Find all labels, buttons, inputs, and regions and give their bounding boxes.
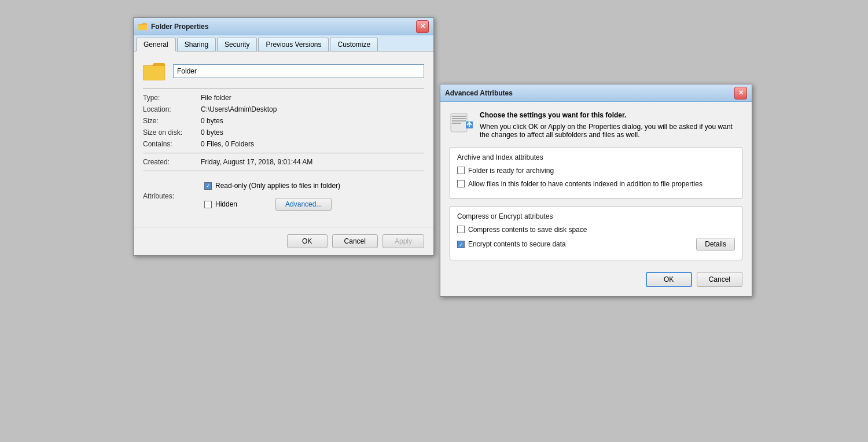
adv-attrs-close-button[interactable]: ✕: [734, 87, 747, 100]
ok-button[interactable]: OK: [287, 234, 328, 248]
encrypt-row: Encrypt contents to secure data Details: [457, 238, 735, 251]
adv-header-line2: When you click OK or Apply on the Proper…: [480, 123, 742, 139]
archive-checkbox-row: Folder is ready for archiving: [457, 166, 735, 176]
contains-row: Contains: 0 Files, 0 Folders: [143, 140, 424, 148]
adv-header: Choose the settings you want for this fo…: [450, 111, 742, 139]
folder-properties-dialog: Folder Properties ✕ General Sharing Secu…: [133, 17, 434, 256]
divider-1: [143, 89, 424, 89]
readonly-label: Read-only (Only applies to files in fold…: [215, 182, 340, 190]
folder-name-section: [143, 61, 424, 82]
compress-section-title: Compress or Encrypt attributes: [457, 212, 735, 220]
size-on-disk-value: 0 bytes: [201, 128, 223, 137]
adv-dialog-buttons: OK Cancel: [450, 267, 742, 287]
readonly-checkbox[interactable]: [204, 182, 212, 190]
adv-attrs-titlebar: Advanced Attributes ✕: [440, 84, 752, 102]
created-value: Friday, August 17, 2018, 9:01:44 AM: [201, 158, 312, 166]
hidden-label: Hidden: [215, 200, 237, 208]
index-checkbox-row: Allow files in this folder to have conte…: [457, 179, 735, 189]
svg-rect-1: [138, 24, 147, 30]
adv-attrs-content: Choose the settings you want for this fo…: [440, 102, 752, 296]
adv-ok-button[interactable]: OK: [646, 272, 692, 287]
divider-3: [143, 171, 424, 171]
folder-props-titlebar: Folder Properties ✕: [134, 18, 433, 35]
details-button[interactable]: Details: [696, 238, 735, 251]
tab-security[interactable]: Security: [217, 38, 257, 51]
contains-value: 0 Files, 0 Folders: [201, 140, 254, 148]
adv-attrs-icon: [450, 111, 473, 134]
location-value: C:\Users\Admin\Desktop: [201, 105, 277, 113]
cancel-button[interactable]: Cancel: [332, 234, 378, 248]
size-row: Size: 0 bytes: [143, 117, 424, 125]
adv-attrs-title: Advanced Attributes: [445, 89, 734, 97]
archive-section-title: Archive and Index attributes: [457, 153, 735, 161]
compress-checkbox-label: Compress contents to save disk space: [468, 225, 587, 235]
svg-rect-8: [452, 120, 466, 121]
svg-rect-9: [452, 123, 461, 124]
created-label: Created:: [143, 158, 201, 166]
readonly-row: Read-only (Only applies to files in fold…: [204, 182, 340, 190]
attributes-section: Attributes: Read-only (Only applies to f…: [143, 177, 424, 215]
type-value: File folder: [201, 94, 231, 102]
svg-rect-4: [144, 66, 164, 80]
size-value: 0 bytes: [201, 117, 223, 125]
archive-section: Archive and Index attributes Folder is r…: [450, 147, 742, 199]
tab-customize[interactable]: Customize: [330, 38, 378, 51]
encrypt-checkbox-label: Encrypt contents to secure data: [468, 240, 566, 249]
type-row: Type: File folder: [143, 94, 424, 102]
type-label: Type:: [143, 94, 201, 102]
compress-section: Compress or Encrypt attributes Compress …: [450, 206, 742, 261]
location-label: Location:: [143, 105, 201, 113]
contains-label: Contains:: [143, 140, 201, 148]
adv-cancel-button[interactable]: Cancel: [697, 272, 742, 287]
folder-props-close-button[interactable]: ✕: [416, 20, 429, 33]
adv-header-line1: Choose the settings you want for this fo…: [480, 111, 742, 119]
compress-checkbox[interactable]: [457, 226, 465, 233]
svg-rect-7: [452, 118, 466, 119]
index-checkbox-label: Allow files in this folder to have conte…: [468, 179, 703, 189]
apply-button[interactable]: Apply: [382, 234, 424, 248]
encrypt-checkbox-group: Encrypt contents to secure data: [457, 240, 566, 249]
folder-title-icon: [138, 22, 148, 31]
index-checkbox[interactable]: [457, 180, 465, 187]
size-on-disk-label: Size on disk:: [143, 128, 201, 137]
tab-general[interactable]: General: [136, 38, 176, 51]
hidden-checkbox[interactable]: [204, 201, 212, 208]
archive-checkbox[interactable]: [457, 167, 465, 174]
advanced-button[interactable]: Advanced...: [275, 198, 332, 211]
folder-props-tab-strip: General Sharing Security Previous Versio…: [134, 35, 433, 51]
divider-2: [143, 153, 424, 153]
folder-props-buttons: OK Cancel Apply: [134, 227, 433, 255]
attributes-row: Attributes: Read-only (Only applies to f…: [143, 177, 424, 215]
created-row: Created: Friday, August 17, 2018, 9:01:4…: [143, 158, 424, 166]
archive-checkbox-label: Folder is ready for archiving: [468, 166, 554, 176]
size-label: Size:: [143, 117, 201, 125]
hidden-row: Hidden Advanced...: [204, 198, 332, 211]
compress-checkbox-row: Compress contents to save disk space: [457, 225, 735, 235]
attributes-controls: Read-only (Only applies to files in fold…: [204, 179, 424, 213]
size-on-disk-row: Size on disk: 0 bytes: [143, 128, 424, 137]
folder-icon: [143, 61, 166, 82]
folder-props-title: Folder Properties: [151, 23, 416, 31]
tab-sharing[interactable]: Sharing: [177, 38, 216, 51]
tab-previous-versions[interactable]: Previous Versions: [258, 38, 329, 51]
location-row: Location: C:\Users\Admin\Desktop: [143, 105, 424, 113]
attributes-label: Attributes:: [143, 192, 201, 200]
folder-name-input[interactable]: [173, 64, 424, 78]
advanced-attributes-dialog: Advanced Attributes ✕ Choose the setting…: [440, 84, 752, 297]
svg-rect-6: [452, 116, 466, 117]
encrypt-checkbox[interactable]: [457, 241, 465, 248]
adv-header-text: Choose the settings you want for this fo…: [480, 111, 742, 139]
folder-props-content: Type: File folder Location: C:\Users\Adm…: [134, 51, 433, 227]
